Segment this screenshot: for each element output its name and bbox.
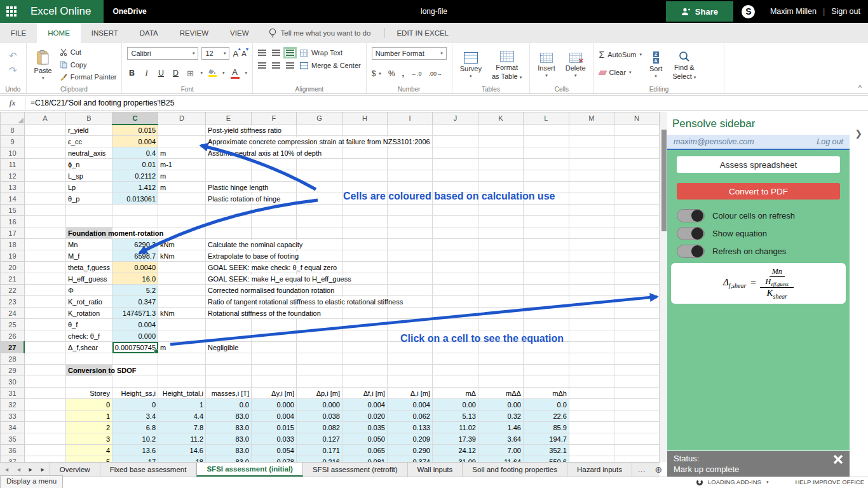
cell-I12[interactable] [387, 170, 432, 182]
cell-M14[interactable] [569, 193, 614, 205]
grow-font-button[interactable]: A▲ [233, 49, 238, 58]
cell-E29[interactable] [206, 365, 252, 376]
column-header-L[interactable]: L [523, 112, 569, 125]
cell-J9[interactable] [432, 136, 478, 147]
cell-J24[interactable] [432, 308, 478, 319]
insert-cells-button[interactable]: Insert ▾ [535, 47, 558, 83]
cell-C21[interactable]: 16.0 [112, 273, 158, 285]
cell-A25[interactable] [24, 319, 65, 330]
undo-icon[interactable]: ↶ [9, 51, 17, 60]
align-left-icon[interactable] [258, 62, 266, 69]
cell-A29[interactable] [24, 365, 65, 376]
column-header-K[interactable]: K [478, 112, 523, 125]
cell-A12[interactable] [24, 170, 65, 182]
cell-A20[interactable] [24, 262, 65, 273]
font-size-combo[interactable]: 12▾ [201, 47, 229, 60]
cell-G28[interactable] [296, 353, 342, 365]
cell-I28[interactable] [387, 353, 432, 365]
cell-B36[interactable]: 4 [65, 445, 112, 456]
cell-C15[interactable] [112, 205, 158, 216]
cell-N27[interactable] [614, 342, 659, 353]
cell-J27[interactable] [432, 342, 478, 353]
cell-B13[interactable]: Lp [65, 182, 112, 193]
cell-A8[interactable] [24, 125, 65, 136]
cell-K30[interactable] [478, 376, 523, 388]
cell-B25[interactable]: θ_f [65, 319, 112, 330]
cell-F17[interactable] [251, 227, 296, 239]
cell-B23[interactable]: K_rot_ratio [65, 296, 112, 308]
cell-F11[interactable] [251, 159, 296, 170]
cell-C12[interactable]: 0.2112 [112, 170, 158, 182]
cell-J18[interactable] [432, 239, 478, 250]
cell-M27[interactable] [569, 342, 614, 353]
row-header-29[interactable]: 29 [1, 365, 25, 376]
cell-L26[interactable] [523, 330, 569, 342]
cell-C19[interactable]: 6598.7 [112, 250, 158, 262]
cell-K9[interactable] [478, 136, 523, 147]
cell-F34[interactable]: 0.015 [251, 422, 296, 433]
cell-D20[interactable] [158, 262, 206, 273]
cell-G11[interactable] [296, 159, 342, 170]
cell-M13[interactable] [569, 182, 614, 193]
sheet-tab-soil-and-footing-properties[interactable]: Soil and footing properties [463, 463, 567, 477]
row-header-11[interactable]: 11 [1, 159, 25, 170]
cell-C8[interactable]: 0.015 [112, 125, 158, 136]
cell-D11[interactable]: m-1 [158, 159, 206, 170]
cell-N29[interactable] [614, 365, 659, 376]
cell-M23[interactable] [569, 296, 614, 308]
cell-C16[interactable] [112, 216, 158, 227]
cell-E33[interactable]: 83.0 [206, 410, 252, 422]
cell-H30[interactable] [342, 376, 387, 388]
cell-F35[interactable]: 0.033 [251, 433, 296, 445]
cell-G32[interactable]: 0.000 [296, 399, 342, 410]
cell-E8[interactable]: Post-yield stiffness ratio [206, 125, 252, 136]
cell-N28[interactable] [614, 353, 659, 365]
cell-C27[interactable]: 0.000750745 [112, 342, 158, 353]
column-header-I[interactable]: I [387, 112, 432, 125]
toggle-refresh-on-changes[interactable] [677, 245, 705, 258]
cell-D18[interactable]: kNm [158, 239, 206, 250]
cell-J25[interactable] [432, 319, 478, 330]
column-header-A[interactable]: A [24, 112, 65, 125]
cell-E15[interactable] [206, 205, 252, 216]
cell-D10[interactable]: m [158, 147, 206, 159]
cell-A33[interactable] [24, 410, 65, 422]
add-sheet-icon[interactable]: ⊕ [652, 463, 666, 477]
cell-C23[interactable]: 0.347 [112, 296, 158, 308]
toggle-colour-cells-on-refresh[interactable] [677, 209, 705, 222]
borders-caret-icon[interactable]: ▾ [200, 71, 203, 76]
cell-B10[interactable]: neutral_axis [65, 147, 112, 159]
cell-A22[interactable] [24, 285, 65, 296]
cell-C22[interactable]: 5.2 [112, 285, 158, 296]
cell-J30[interactable] [432, 376, 478, 388]
cell-I29[interactable] [387, 365, 432, 376]
tab-file[interactable]: FILE [0, 23, 37, 43]
align-top-icon[interactable] [258, 50, 266, 56]
cell-K21[interactable] [478, 273, 523, 285]
cell-J22[interactable] [432, 285, 478, 296]
cell-K37[interactable]: 11.64 [478, 456, 523, 463]
cell-B31[interactable]: Storey [65, 388, 112, 399]
sheet-tab-sfsi-assessment-initial[interactable]: SFSI assessment (initial) [196, 463, 303, 477]
row-header-33[interactable]: 33 [1, 410, 25, 422]
cell-H29[interactable] [342, 365, 387, 376]
cell-B11[interactable]: ϕ_n [65, 159, 112, 170]
cell-G34[interactable]: 0.082 [296, 422, 342, 433]
cell-D8[interactable] [158, 125, 206, 136]
row-header-15[interactable]: 15 [1, 205, 25, 216]
skype-button[interactable]: S [736, 1, 761, 22]
cell-L17[interactable] [523, 227, 569, 239]
cell-B37[interactable]: 5 [65, 456, 112, 463]
cell-L25[interactable] [523, 319, 569, 330]
cell-M26[interactable] [569, 330, 614, 342]
sheet-tab-wall-inputs[interactable]: Wall inputs [408, 463, 463, 477]
cell-K20[interactable] [478, 262, 523, 273]
cell-K10[interactable] [478, 147, 523, 159]
cell-A16[interactable] [24, 216, 65, 227]
cell-N26[interactable] [614, 330, 659, 342]
align-middle-icon[interactable] [272, 50, 280, 56]
cell-E20[interactable]: GOAL SEEK: make check: θ_f equal zero [206, 262, 252, 273]
cell-L37[interactable]: 550.6 [523, 456, 569, 463]
cell-L34[interactable]: 85.9 [523, 422, 569, 433]
cell-N36[interactable] [614, 445, 659, 456]
